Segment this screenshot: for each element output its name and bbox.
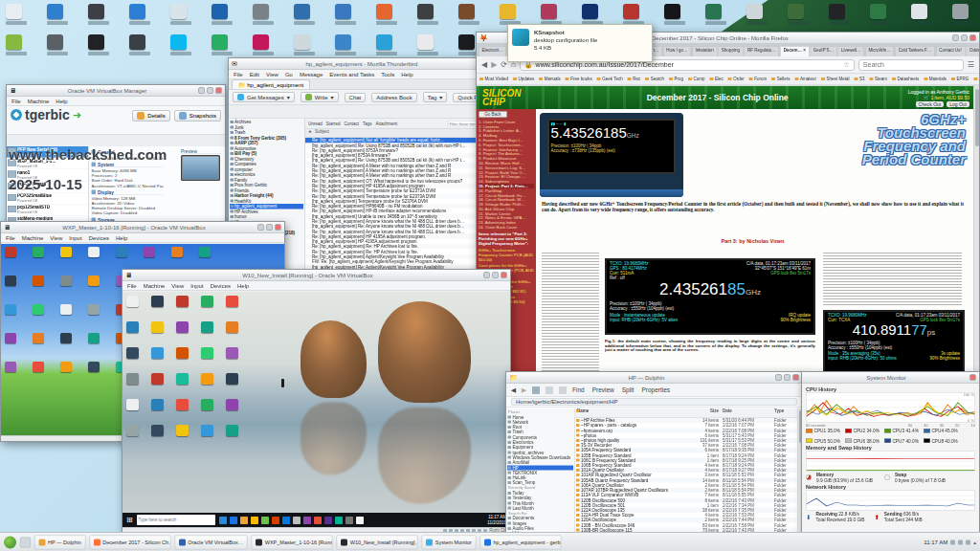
minimize-button[interactable] [775,374,782,381]
w10-taskbar-icon[interactable] [230,517,237,524]
mail-tab[interactable]: 📁 hp_agilent_equipment [232,79,310,89]
menu-item[interactable]: Go [285,72,293,77]
w10-desktop-icon[interactable] [126,399,139,410]
w10-taskbar-icon[interactable] [261,517,269,524]
clock[interactable]: 11:17 AM [924,540,947,546]
bookmark-item[interactable]: Prog [669,77,683,81]
browser-tab[interactable]: RF Regulato… [744,46,779,56]
w10-taskbar-icon[interactable] [303,517,311,524]
xp-desktop-icon[interactable] [88,276,100,286]
menu-item[interactable]: Devices [89,235,109,241]
back-button[interactable]: ◀ [511,386,516,394]
desktop-icon[interactable] [417,34,434,50]
desktop-icon[interactable] [6,4,22,19]
w10-desktop-icon[interactable] [226,373,238,385]
w10-desktop-icon[interactable] [201,399,213,410]
snapshots-button[interactable]: Snapshots [174,110,221,121]
bookmark-item[interactable]: Order [728,77,745,81]
xp-desktop-icon[interactable] [60,362,72,372]
desktop-icon[interactable] [47,4,63,19]
menu-item[interactable]: File [234,72,243,77]
w10-desktop-icon[interactable] [176,399,189,410]
w10-desktop-icon[interactable] [151,321,164,333]
application-launcher-icon[interactable] [4,537,16,549]
menu-item[interactable]: Tools [381,72,394,77]
w10-desktop-icon[interactable] [151,425,164,436]
forward-button[interactable]: ▶ [522,386,526,394]
panel-expand-icon[interactable]: ▴ [973,540,976,546]
breadcrumb[interactable]: Home/tgerbic/Electronics/equipment/HP [511,398,797,406]
menu-item[interactable]: Machine [22,235,44,241]
taskbar-window-button[interactable]: Oracle VM VirtualBox… [174,536,247,550]
bookmark-item[interactable]: EPRG [951,77,969,81]
get-messages-button[interactable]: Get Messages ▾ [233,92,295,102]
w10-desktop-icon[interactable] [176,373,189,385]
bookmark-item[interactable]: Forum [749,77,768,81]
desktop-icon[interactable] [911,4,927,19]
w10-taskbar-icon[interactable] [293,517,301,524]
bookmark-item[interactable]: Manuals [539,77,561,81]
desktop-icon[interactable] [376,34,392,50]
go-back-button[interactable]: Go Back [479,111,507,118]
bookmark-item[interactable]: Steam [870,77,888,81]
w10-desktop-icon[interactable] [226,347,238,359]
taskbar-window-button[interactable]: December 2017 - Silicon Ch… [89,536,170,550]
cart-link[interactable]: 🛒 1 item, AUD $9.50 [908,95,969,100]
bookmark-star-icon[interactable]: ☆ [844,61,850,69]
desktop-icon[interactable] [376,4,392,19]
desktop-icon[interactable] [212,34,228,50]
desktop-icon[interactable] [212,4,228,19]
browser-tab[interactable]: Decem… × [780,46,809,56]
sysmon-titlebar[interactable]: System Monitor [802,372,979,384]
details-view-button[interactable] [559,386,567,394]
xp-desktop-icon[interactable] [60,247,72,257]
xp-desktop-icon[interactable] [5,276,16,286]
close-button[interactable] [969,374,976,381]
icons-view-button[interactable] [532,386,540,394]
bookmark-item[interactable]: Article Tech Center [973,77,979,81]
xp-desktop-icon[interactable] [5,304,16,315]
desktop-icon[interactable] [746,4,763,19]
logout-button[interactable]: Log Out [947,101,969,107]
w10-taskbar-icon[interactable] [356,517,364,524]
maximize-button[interactable] [207,87,213,94]
xp-desktop-icon[interactable] [33,333,44,343]
minimize-button[interactable] [952,34,959,41]
details-button[interactable]: Details [132,110,169,121]
w10-desktop-icon[interactable] [176,425,189,436]
taskbar-window-button[interactable]: W10_New_Install [Running]… [337,536,418,550]
xp-desktop-icon[interactable] [88,333,100,343]
xp-desktop-icon[interactable] [33,247,44,257]
w10-vm-titlebar[interactable]: 🖥 W10_New_Install [Running] - Oracle VM … [122,270,510,281]
xp-desktop-icon[interactable] [171,247,183,257]
desktop-icon[interactable] [170,4,187,19]
browser-tab[interactable]: GeoIP'S… [810,46,836,56]
w10-taskbar-icon[interactable] [272,517,279,524]
menu-item[interactable]: Help [116,235,127,241]
vm-list-item[interactable]: PFP New Serial (#9) Running [7,146,88,158]
w10-taskbar-icon[interactable] [335,517,343,524]
close-button[interactable] [275,224,281,231]
w10-desktop-icon[interactable] [226,399,238,410]
w10-desktop-icon[interactable] [151,399,164,410]
menu-item[interactable]: View [266,72,278,77]
w10-start-button[interactable]: ⊞ [126,516,133,524]
bookmark-item[interactable]: Elec [709,77,723,81]
desktop-icon[interactable] [829,4,845,19]
bookmark-item[interactable]: Sellers [771,77,790,81]
desktop-icon[interactable] [458,4,475,19]
filter-toggle[interactable]: Contact [345,121,360,126]
menu-item[interactable]: View [50,235,62,241]
bookmark-item[interactable]: Datasheets [892,77,919,81]
bookmark-item[interactable]: Free books [566,77,592,81]
bookmark-item[interactable]: Geek Tech [597,77,623,81]
desktop-icon[interactable] [129,34,145,50]
maximize-button[interactable] [492,272,499,278]
browser-tab[interactable]: Odds Sp… [966,46,979,56]
xp-desktop-icon[interactable] [88,362,100,372]
xp-desktop-icon[interactable] [88,247,100,257]
minimize-button[interactable] [483,272,490,278]
w10-desktop-icon[interactable] [226,321,238,333]
desktop-icon[interactable] [335,4,351,19]
desktop-icon[interactable] [170,34,187,50]
